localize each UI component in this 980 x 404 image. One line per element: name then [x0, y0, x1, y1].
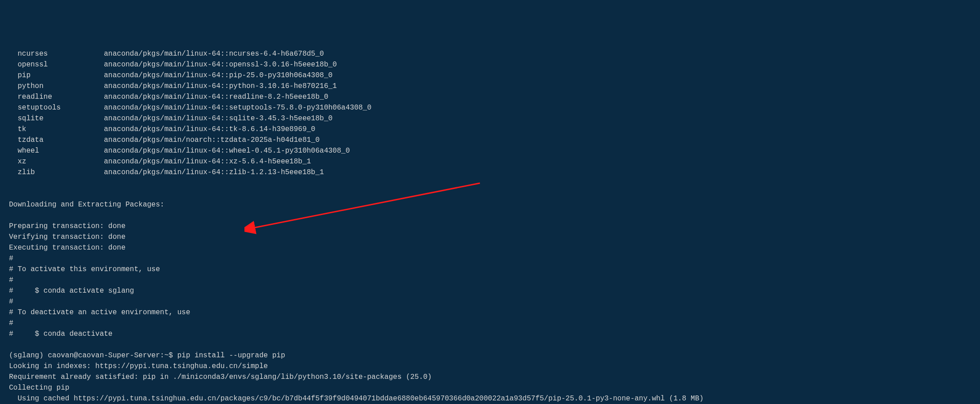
package-row: pip anaconda/pkgs/main/linux-64::pip-25.… [9, 70, 971, 81]
activation-hint-line: # To activate this environment, use [9, 264, 971, 275]
activation-hint-line: # $ conda deactivate [9, 329, 971, 339]
activation-hint-line: # [9, 296, 971, 307]
package-row: openssl anaconda/pkgs/main/linux-64::ope… [9, 59, 971, 70]
package-row: tk anaconda/pkgs/main/linux-64::tk-8.6.1… [9, 124, 971, 135]
activation-hint-line: # $ conda activate sglang [9, 285, 971, 296]
package-row: ncurses anaconda/pkgs/main/linux-64::ncu… [9, 48, 971, 59]
package-row: wheel anaconda/pkgs/main/linux-64::wheel… [9, 145, 971, 156]
pip-output-line: Using cached https://pypi.tuna.tsinghua.… [9, 393, 971, 404]
package-row: tzdata anaconda/pkgs/main/noarch::tzdata… [9, 135, 971, 145]
activation-hint-line: # [9, 253, 971, 264]
shell-prompt[interactable]: (sglang) caovan@caovan-Super-Server:~$ p… [9, 350, 971, 361]
terminal-output[interactable]: ncurses anaconda/pkgs/main/linux-64::ncu… [9, 48, 971, 404]
prompt-userhost: caovan@caovan-Super-Server [48, 351, 160, 360]
package-row: zlib anaconda/pkgs/main/linux-64::zlib-1… [9, 167, 971, 178]
prompt-env: (sglang) [9, 351, 44, 360]
package-row: xz anaconda/pkgs/main/linux-64::xz-5.6.4… [9, 156, 971, 167]
pip-output-line: Looking in indexes: https://pypi.tuna.ts… [9, 361, 971, 372]
package-row: python anaconda/pkgs/main/linux-64::pyth… [9, 81, 971, 92]
download-header: Downloading and Extracting Packages: [9, 199, 971, 210]
pip-output-line: Requirement already satisfied: pip in ./… [9, 372, 971, 382]
transaction-line: Executing transaction: done [9, 242, 971, 253]
activation-hint-line: # To deactivate an active environment, u… [9, 307, 971, 318]
prompt-symbol: $ [169, 351, 173, 360]
package-row: sqlite anaconda/pkgs/main/linux-64::sqli… [9, 113, 971, 124]
pip-output-line: Collecting pip [9, 382, 971, 393]
entered-command: pip install --upgrade pip [177, 351, 285, 360]
activation-hint-line: # [9, 318, 971, 329]
transaction-line: Preparing transaction: done [9, 221, 971, 232]
package-row: setuptools anaconda/pkgs/main/linux-64::… [9, 102, 971, 113]
transaction-line: Verifying transaction: done [9, 232, 971, 242]
package-row: readline anaconda/pkgs/main/linux-64::re… [9, 92, 971, 102]
activation-hint-line: # [9, 275, 971, 285]
prompt-path: ~ [164, 351, 169, 360]
